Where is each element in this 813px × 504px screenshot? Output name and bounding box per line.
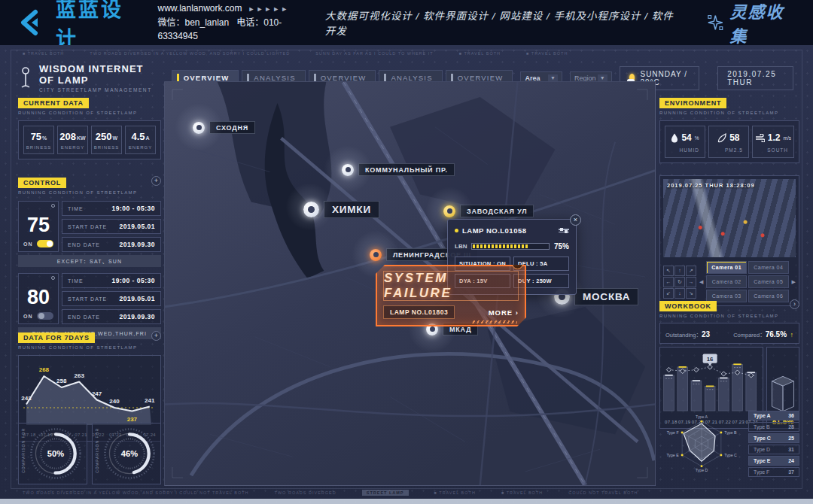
add-schedule-button[interactable]: + bbox=[151, 176, 161, 186]
decor-text-1: TWO ROADS DIVERGED IN A YELLOW WOOD, AND… bbox=[90, 51, 290, 56]
expand-button[interactable]: + bbox=[151, 331, 161, 341]
panel-subtitle: RUNNING CONDITION OF STREETLAMP bbox=[659, 111, 799, 115]
dpad-5[interactable]: → bbox=[686, 277, 696, 287]
droplet-icon bbox=[671, 133, 678, 143]
pm25-label: PM2.5 bbox=[711, 147, 746, 153]
camera-next-button[interactable]: ▶ bbox=[792, 279, 796, 285]
lamp-id: LAMP NO.L01058 bbox=[462, 226, 555, 235]
brightness-value: 75 bbox=[27, 215, 50, 235]
dpad-0[interactable]: ↖ bbox=[663, 266, 674, 276]
inspiration-collect-link[interactable]: 灵感收集 bbox=[707, 0, 798, 47]
dpad-6[interactable]: ↙ bbox=[663, 288, 674, 299]
svg-text:16: 16 bbox=[707, 356, 714, 363]
radar-legend-row-1[interactable]: Type B28 bbox=[748, 422, 799, 432]
city-map[interactable]: СХОДНЯКОММУНАЛЬНЫЙ ПР.ХИМКИЗАВОДСКАЯ УЛЛ… bbox=[164, 81, 656, 486]
comparison-gauge-0: COMPARISON FOR50% bbox=[18, 423, 87, 484]
radar-legend-row-3[interactable]: Type D31 bbox=[748, 445, 799, 454]
status-dot bbox=[455, 229, 458, 232]
power-toggle[interactable] bbox=[37, 240, 53, 247]
map-place-label: МОСКВА bbox=[574, 288, 638, 305]
camera-button-4[interactable]: Camera 04 bbox=[748, 261, 789, 274]
services-text: 大数据可视化设计 / 软件界面设计 / 网站建设 / 手机及小程序设计 / 软件… bbox=[325, 8, 675, 38]
humidity-value: 54 bbox=[681, 132, 691, 143]
decor-text-1: TWO ROADS DIVERGED bbox=[275, 490, 336, 495]
workbook-more-button[interactable]: › bbox=[790, 299, 799, 309]
page-title: WISDOM INTERNET OF LAMP bbox=[39, 63, 154, 86]
end-date-value[interactable]: 2019.09.30 bbox=[119, 241, 155, 248]
camera-button-1[interactable]: Camera 01 bbox=[706, 261, 747, 274]
current-stat-0: 75%BRINESS bbox=[23, 126, 54, 154]
stat-value: 208KW bbox=[59, 131, 86, 142]
stat-unit: % bbox=[42, 135, 47, 141]
camera-prev-button[interactable]: ◀ bbox=[699, 279, 703, 285]
app-titles: WISDOM INTERNET OF LAMP CITY STREETLAMP … bbox=[39, 63, 154, 93]
compared-value: 76.5% bbox=[766, 330, 787, 339]
comparison-gauge-1: COMPARISON FOR46% bbox=[92, 423, 161, 484]
more-button[interactable]: MORE › bbox=[489, 308, 519, 317]
current-stat-3: 4.5AENERGY bbox=[125, 126, 156, 154]
camera-timestamp: 2019.07.25 THUR 18:28:09 bbox=[667, 182, 755, 189]
map-place-label: СХОДНЯ bbox=[209, 121, 255, 134]
time-value[interactable]: 19:00 - 05:30 bbox=[111, 277, 155, 284]
map-pin-3[interactable]: ЗАВОДСКАЯ УЛ bbox=[443, 205, 534, 217]
close-icon[interactable]: × bbox=[570, 214, 581, 226]
stat-value: 250W bbox=[93, 131, 120, 142]
gauge-vertical-label: COMPARISON FOR bbox=[95, 428, 99, 473]
outstanding-value: 23 bbox=[702, 330, 710, 339]
radar-legend-row-0[interactable]: Type A36 bbox=[748, 411, 799, 421]
time-value[interactable]: 19:00 - 05:30 bbox=[111, 205, 155, 212]
dpad-7[interactable]: ↓ bbox=[674, 288, 685, 299]
except-bar: EXCEPT：SAT、SUN bbox=[18, 255, 161, 267]
wind-value: 1.2 bbox=[768, 132, 781, 143]
dashboard: ■ TRAVEL BOTHTWO ROADS DIVERGED IN A YEL… bbox=[0, 45, 813, 504]
start-date-value[interactable]: 2019.05.01 bbox=[119, 295, 155, 302]
compared-label: Compared： bbox=[733, 332, 766, 339]
dpad-3[interactable]: ← bbox=[663, 277, 674, 287]
map-pin-0[interactable]: СХОДНЯ bbox=[193, 121, 255, 134]
lamp-mini-icon bbox=[51, 204, 55, 208]
dpad-8[interactable]: ↘ bbox=[686, 288, 696, 299]
current-data-grid: 75%BRINESS208KWENERGY250WBRINESS4.5AENER… bbox=[18, 120, 161, 159]
decor-text-0: TWO ROADS DIVERGED IN A YELLOW WOOD, AND… bbox=[23, 490, 249, 495]
map-pin-1[interactable]: КОММУНАЛЬНЫЙ ПР. bbox=[342, 163, 455, 176]
control-group-1: 75 ON TIME19:00 - 05:30 START DATE2019.0… bbox=[18, 201, 161, 267]
radar-legend-row-4[interactable]: Type E24 bbox=[748, 456, 799, 466]
brand-name: 蓝蓝设计 bbox=[56, 0, 141, 52]
brightness-box: 75 ON bbox=[18, 201, 59, 252]
camera-controls: ↖↑↗←↻→↙↓↘ ◀ Camera 01Camera 04Camera 02C… bbox=[663, 261, 796, 302]
radar-legend-row-5[interactable]: Type F37 bbox=[748, 467, 799, 477]
gauge-ring: 50% bbox=[29, 427, 83, 481]
svg-text:237: 237 bbox=[127, 416, 138, 423]
dpad-2[interactable]: ↗ bbox=[686, 266, 696, 276]
end-date-value[interactable]: 2019.09.30 bbox=[119, 313, 155, 320]
legend-type-value: 31 bbox=[788, 447, 794, 452]
stat-unit: KW bbox=[77, 135, 86, 141]
stat-label: ENERGY bbox=[127, 145, 154, 150]
svg-text:243: 243 bbox=[21, 395, 32, 402]
website-link[interactable]: www.lanlanwork.com bbox=[157, 3, 242, 14]
radar-legend-row-2[interactable]: Type C25 bbox=[748, 433, 799, 443]
dpad-1[interactable]: ↑ bbox=[674, 266, 685, 276]
panel-title-badge: ENVIRONMENT bbox=[659, 98, 726, 108]
cube-icon bbox=[768, 373, 798, 415]
map-pin-2[interactable]: ХИМКИ bbox=[303, 201, 379, 218]
svg-text:240: 240 bbox=[109, 398, 120, 405]
lamp-mini-icon bbox=[51, 276, 55, 280]
sliders-icon[interactable] bbox=[559, 229, 569, 232]
camera-button-5[interactable]: Camera 05 bbox=[748, 275, 789, 288]
decor-text-3: ■ TRAVEL BOTH bbox=[459, 51, 501, 56]
start-date-value[interactable]: 2019.05.01 bbox=[119, 223, 155, 230]
dpad-4[interactable]: ↻ bbox=[674, 277, 685, 287]
power-toggle[interactable] bbox=[37, 312, 53, 320]
hatch-decor bbox=[472, 320, 517, 323]
star-burst-icon bbox=[707, 14, 724, 32]
lamp-pin-icon bbox=[342, 164, 354, 176]
end-date-label: END DATE bbox=[68, 242, 100, 247]
decor-text-r1: ■ TRAVEL BOTH bbox=[501, 490, 543, 495]
humidity-label: HUMID bbox=[668, 147, 702, 153]
system-failure-popup: × SYSTEM FAILURE LAMP NO.L01803 MORE › bbox=[376, 265, 526, 326]
current-data-panel: CURRENT DATA RUNNING CONDITION OF STREET… bbox=[18, 95, 161, 159]
stat-unit: A bbox=[146, 135, 150, 141]
map-place-label: ХИМКИ bbox=[324, 201, 379, 218]
camera-button-2[interactable]: Camera 02 bbox=[706, 275, 747, 288]
